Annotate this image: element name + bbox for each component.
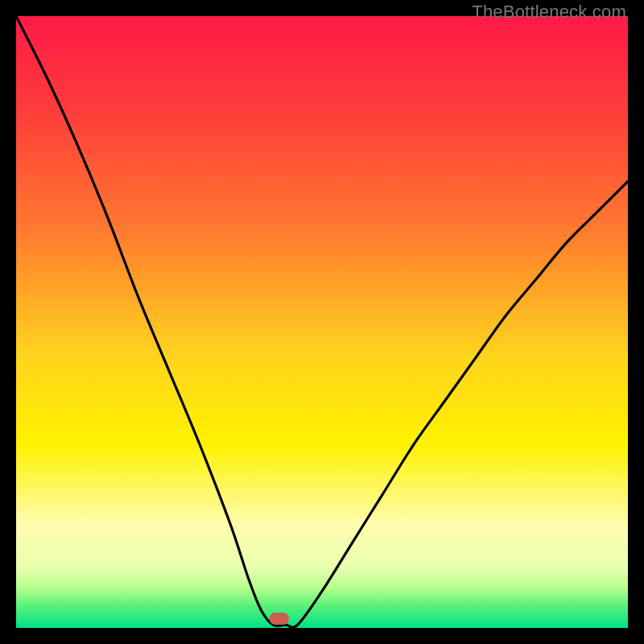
watermark-text: TheBottleneck.com: [472, 2, 626, 23]
bottleneck-chart: [16, 16, 628, 628]
chart-background: [16, 16, 628, 628]
chart-frame: [16, 16, 628, 628]
optimal-point-marker: [270, 613, 289, 625]
